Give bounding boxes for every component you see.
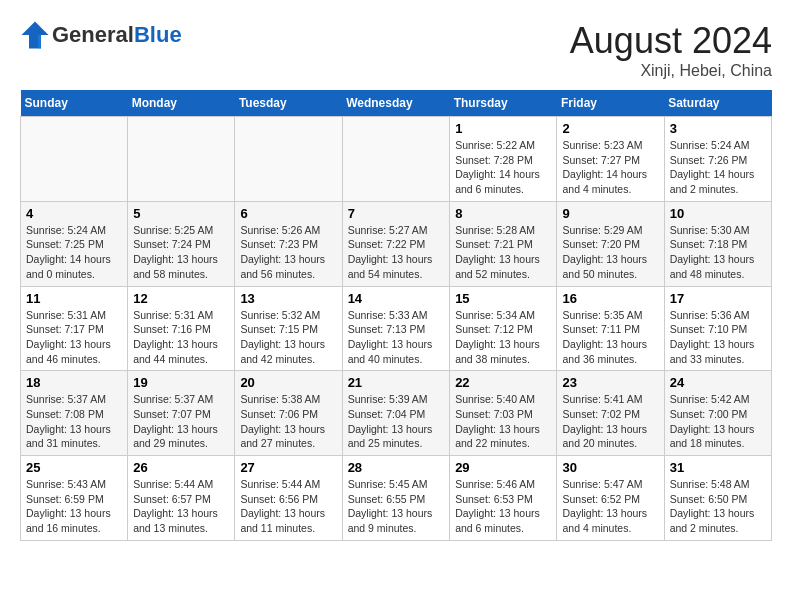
calendar-table: SundayMondayTuesdayWednesdayThursdayFrid… [20, 90, 772, 541]
calendar-cell: 8Sunrise: 5:28 AM Sunset: 7:21 PM Daylig… [450, 201, 557, 286]
day-number: 17 [670, 291, 766, 306]
day-info: Sunrise: 5:45 AM Sunset: 6:55 PM Dayligh… [348, 477, 445, 536]
day-number: 5 [133, 206, 229, 221]
day-number: 30 [562, 460, 658, 475]
day-info: Sunrise: 5:47 AM Sunset: 6:52 PM Dayligh… [562, 477, 658, 536]
calendar-week-row: 1Sunrise: 5:22 AM Sunset: 7:28 PM Daylig… [21, 117, 772, 202]
day-info: Sunrise: 5:42 AM Sunset: 7:00 PM Dayligh… [670, 392, 766, 451]
day-info: Sunrise: 5:43 AM Sunset: 6:59 PM Dayligh… [26, 477, 122, 536]
day-number: 8 [455, 206, 551, 221]
day-number: 20 [240, 375, 336, 390]
day-number: 13 [240, 291, 336, 306]
calendar-cell: 1Sunrise: 5:22 AM Sunset: 7:28 PM Daylig… [450, 117, 557, 202]
day-info: Sunrise: 5:38 AM Sunset: 7:06 PM Dayligh… [240, 392, 336, 451]
calendar-cell: 6Sunrise: 5:26 AM Sunset: 7:23 PM Daylig… [235, 201, 342, 286]
calendar-cell: 2Sunrise: 5:23 AM Sunset: 7:27 PM Daylig… [557, 117, 664, 202]
day-info: Sunrise: 5:31 AM Sunset: 7:16 PM Dayligh… [133, 308, 229, 367]
calendar-header-row: SundayMondayTuesdayWednesdayThursdayFrid… [21, 90, 772, 117]
calendar-cell: 12Sunrise: 5:31 AM Sunset: 7:16 PM Dayli… [128, 286, 235, 371]
day-info: Sunrise: 5:46 AM Sunset: 6:53 PM Dayligh… [455, 477, 551, 536]
day-number: 4 [26, 206, 122, 221]
calendar-cell: 4Sunrise: 5:24 AM Sunset: 7:25 PM Daylig… [21, 201, 128, 286]
calendar-cell: 26Sunrise: 5:44 AM Sunset: 6:57 PM Dayli… [128, 456, 235, 541]
day-info: Sunrise: 5:27 AM Sunset: 7:22 PM Dayligh… [348, 223, 445, 282]
calendar-cell: 19Sunrise: 5:37 AM Sunset: 7:07 PM Dayli… [128, 371, 235, 456]
day-info: Sunrise: 5:39 AM Sunset: 7:04 PM Dayligh… [348, 392, 445, 451]
calendar-cell [342, 117, 450, 202]
day-info: Sunrise: 5:34 AM Sunset: 7:12 PM Dayligh… [455, 308, 551, 367]
col-header-monday: Monday [128, 90, 235, 117]
day-info: Sunrise: 5:35 AM Sunset: 7:11 PM Dayligh… [562, 308, 658, 367]
svg-marker-0 [22, 22, 49, 49]
col-header-thursday: Thursday [450, 90, 557, 117]
day-info: Sunrise: 5:48 AM Sunset: 6:50 PM Dayligh… [670, 477, 766, 536]
page-header: GeneralBlue August 2024 Xinji, Hebei, Ch… [20, 20, 772, 80]
calendar-cell: 9Sunrise: 5:29 AM Sunset: 7:20 PM Daylig… [557, 201, 664, 286]
calendar-cell [21, 117, 128, 202]
day-info: Sunrise: 5:44 AM Sunset: 6:56 PM Dayligh… [240, 477, 336, 536]
calendar-cell: 22Sunrise: 5:40 AM Sunset: 7:03 PM Dayli… [450, 371, 557, 456]
day-info: Sunrise: 5:24 AM Sunset: 7:25 PM Dayligh… [26, 223, 122, 282]
calendar-cell: 21Sunrise: 5:39 AM Sunset: 7:04 PM Dayli… [342, 371, 450, 456]
day-info: Sunrise: 5:33 AM Sunset: 7:13 PM Dayligh… [348, 308, 445, 367]
title-block: August 2024 Xinji, Hebei, China [570, 20, 772, 80]
day-number: 29 [455, 460, 551, 475]
day-number: 9 [562, 206, 658, 221]
day-number: 1 [455, 121, 551, 136]
day-info: Sunrise: 5:24 AM Sunset: 7:26 PM Dayligh… [670, 138, 766, 197]
day-info: Sunrise: 5:31 AM Sunset: 7:17 PM Dayligh… [26, 308, 122, 367]
day-info: Sunrise: 5:37 AM Sunset: 7:08 PM Dayligh… [26, 392, 122, 451]
calendar-week-row: 18Sunrise: 5:37 AM Sunset: 7:08 PM Dayli… [21, 371, 772, 456]
day-number: 19 [133, 375, 229, 390]
col-header-wednesday: Wednesday [342, 90, 450, 117]
logo: GeneralBlue [20, 20, 182, 50]
calendar-cell: 31Sunrise: 5:48 AM Sunset: 6:50 PM Dayli… [664, 456, 771, 541]
day-info: Sunrise: 5:28 AM Sunset: 7:21 PM Dayligh… [455, 223, 551, 282]
calendar-cell: 5Sunrise: 5:25 AM Sunset: 7:24 PM Daylig… [128, 201, 235, 286]
day-info: Sunrise: 5:30 AM Sunset: 7:18 PM Dayligh… [670, 223, 766, 282]
day-number: 24 [670, 375, 766, 390]
day-number: 6 [240, 206, 336, 221]
day-number: 7 [348, 206, 445, 221]
day-number: 22 [455, 375, 551, 390]
day-number: 28 [348, 460, 445, 475]
day-number: 15 [455, 291, 551, 306]
day-info: Sunrise: 5:40 AM Sunset: 7:03 PM Dayligh… [455, 392, 551, 451]
col-header-sunday: Sunday [21, 90, 128, 117]
day-info: Sunrise: 5:32 AM Sunset: 7:15 PM Dayligh… [240, 308, 336, 367]
day-number: 21 [348, 375, 445, 390]
day-number: 31 [670, 460, 766, 475]
day-number: 2 [562, 121, 658, 136]
calendar-week-row: 25Sunrise: 5:43 AM Sunset: 6:59 PM Dayli… [21, 456, 772, 541]
calendar-cell: 3Sunrise: 5:24 AM Sunset: 7:26 PM Daylig… [664, 117, 771, 202]
calendar-cell: 14Sunrise: 5:33 AM Sunset: 7:13 PM Dayli… [342, 286, 450, 371]
day-number: 10 [670, 206, 766, 221]
calendar-cell: 29Sunrise: 5:46 AM Sunset: 6:53 PM Dayli… [450, 456, 557, 541]
calendar-cell: 7Sunrise: 5:27 AM Sunset: 7:22 PM Daylig… [342, 201, 450, 286]
day-info: Sunrise: 5:22 AM Sunset: 7:28 PM Dayligh… [455, 138, 551, 197]
day-info: Sunrise: 5:25 AM Sunset: 7:24 PM Dayligh… [133, 223, 229, 282]
day-info: Sunrise: 5:23 AM Sunset: 7:27 PM Dayligh… [562, 138, 658, 197]
calendar-cell: 18Sunrise: 5:37 AM Sunset: 7:08 PM Dayli… [21, 371, 128, 456]
day-number: 27 [240, 460, 336, 475]
day-number: 26 [133, 460, 229, 475]
day-number: 14 [348, 291, 445, 306]
col-header-friday: Friday [557, 90, 664, 117]
location: Xinji, Hebei, China [570, 62, 772, 80]
logo-general: General [52, 22, 134, 47]
col-header-saturday: Saturday [664, 90, 771, 117]
day-info: Sunrise: 5:41 AM Sunset: 7:02 PM Dayligh… [562, 392, 658, 451]
day-number: 11 [26, 291, 122, 306]
calendar-cell: 20Sunrise: 5:38 AM Sunset: 7:06 PM Dayli… [235, 371, 342, 456]
day-number: 25 [26, 460, 122, 475]
calendar-cell: 25Sunrise: 5:43 AM Sunset: 6:59 PM Dayli… [21, 456, 128, 541]
logo-icon [20, 20, 50, 50]
calendar-cell: 27Sunrise: 5:44 AM Sunset: 6:56 PM Dayli… [235, 456, 342, 541]
calendar-cell: 10Sunrise: 5:30 AM Sunset: 7:18 PM Dayli… [664, 201, 771, 286]
calendar-cell: 30Sunrise: 5:47 AM Sunset: 6:52 PM Dayli… [557, 456, 664, 541]
day-info: Sunrise: 5:26 AM Sunset: 7:23 PM Dayligh… [240, 223, 336, 282]
calendar-cell [235, 117, 342, 202]
day-info: Sunrise: 5:36 AM Sunset: 7:10 PM Dayligh… [670, 308, 766, 367]
calendar-cell: 16Sunrise: 5:35 AM Sunset: 7:11 PM Dayli… [557, 286, 664, 371]
calendar-cell: 15Sunrise: 5:34 AM Sunset: 7:12 PM Dayli… [450, 286, 557, 371]
